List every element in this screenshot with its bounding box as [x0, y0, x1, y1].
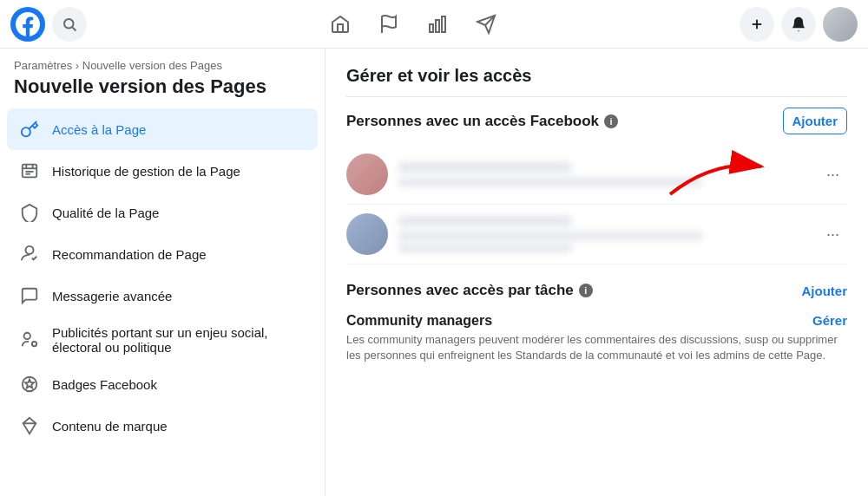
nav-home-button[interactable] [319, 3, 361, 45]
sidebar-item-messagerie[interactable]: Messagerie avancée [7, 275, 318, 317]
nav-center [94, 3, 733, 45]
notifications-button[interactable] [781, 7, 816, 42]
content-title: Gérer et voir les accès [346, 66, 847, 97]
sidebar-title: Nouvelle version des Pages [7, 75, 318, 98]
svg-marker-18 [25, 380, 34, 388]
person-detail-1 [398, 178, 702, 186]
person-card-2: ··· [346, 205, 847, 264]
sidebar: Paramètres › Nouvelle version des Pages … [0, 49, 326, 496]
megaphone-icon [476, 14, 496, 35]
sidebar-item-recommandation[interactable]: Recommandation de Page [7, 233, 318, 275]
facebook-logo-icon [16, 12, 40, 36]
facebook-access-title: Personnes avec un accès Facebook i [346, 113, 618, 130]
badge-icon [17, 372, 42, 396]
user-avatar[interactable] [823, 7, 858, 42]
add-facebook-access-button[interactable]: Ajouter [783, 108, 848, 134]
svg-point-0 [64, 19, 74, 29]
sidebar-item-label: Contenu de marque [52, 419, 168, 434]
sidebar-item-publicites[interactable]: Publicités portant sur un enjeu social, … [7, 317, 318, 363]
history-icon [17, 159, 42, 183]
shield-icon [17, 200, 42, 225]
person-detail-2 [398, 232, 702, 240]
svg-rect-3 [430, 24, 433, 32]
svg-rect-5 [442, 16, 445, 32]
person-card-1: ··· [346, 145, 847, 205]
community-title: Community managers [346, 313, 492, 329]
chat-icon [17, 284, 42, 308]
plus-icon [749, 16, 765, 32]
bell-icon [790, 16, 807, 33]
sidebar-item-historique[interactable]: Historique de gestion de la Page [7, 150, 318, 192]
flag-icon [378, 14, 399, 35]
add-task-access-button[interactable]: Ajouter [802, 284, 848, 298]
sidebar-item-label: Qualité de la Page [52, 206, 159, 220]
community-title-row: Community managers Gérer [346, 313, 847, 332]
svg-point-8 [22, 127, 30, 136]
person-name-1 [398, 162, 572, 173]
diamond-icon [17, 414, 42, 438]
facebook-logo [10, 7, 45, 42]
person-check-icon [17, 242, 42, 266]
person-info-1 [398, 162, 816, 186]
person-name-2 [398, 216, 572, 226]
sidebar-item-label: Badges Facebook [52, 377, 157, 392]
key-icon [17, 117, 42, 141]
sidebar-item-label: Publicités portant sur un enjeu social, … [52, 325, 307, 355]
person-options-1[interactable]: ··· [826, 166, 847, 184]
community-managers-section: Community managers Gérer Les community m… [346, 313, 847, 363]
facebook-access-header: Personnes avec un accès Facebook i Ajout… [346, 108, 847, 134]
sidebar-item-qualite[interactable]: Qualité de la Page [7, 192, 318, 233]
people-gear-icon [17, 328, 42, 352]
person-avatar-2 [346, 213, 388, 255]
info-icon-facebook: i [604, 114, 618, 128]
search-icon [62, 16, 77, 32]
sidebar-item-acces-page[interactable]: Accès à la Page [7, 108, 318, 150]
info-icon-task: i [579, 284, 593, 297]
task-access-title: Personnes avec accès par tâche i [346, 282, 593, 299]
manage-community-button[interactable]: Gérer [812, 313, 847, 328]
content-wrapper: Gérer et voir les accès Personnes avec u… [326, 49, 868, 496]
nav-right [740, 7, 858, 42]
breadcrumb: Paramètres › Nouvelle version des Pages [7, 59, 318, 72]
chart-icon [427, 14, 448, 35]
sidebar-item-label: Accès à la Page [52, 122, 146, 137]
person-avatar-1 [346, 153, 388, 195]
sidebar-item-label: Messagerie avancée [52, 289, 172, 303]
main-content: Gérer et voir les accès Personnes avec u… [326, 49, 868, 381]
svg-marker-19 [23, 418, 36, 434]
nav-flag-button[interactable] [368, 3, 410, 45]
nav-megaphone-button[interactable] [465, 3, 507, 45]
nav-chart-button[interactable] [417, 3, 458, 45]
top-navigation [0, 0, 868, 49]
person-detail-2b [398, 244, 572, 252]
sidebar-item-label: Historique de gestion de la Page [52, 164, 240, 179]
search-button[interactable] [52, 7, 87, 42]
person-options-2[interactable]: ··· [826, 225, 847, 244]
svg-point-15 [24, 333, 30, 339]
sidebar-item-badges[interactable]: Badges Facebook [7, 363, 318, 405]
main-layout: Paramètres › Nouvelle version des Pages … [0, 49, 868, 496]
person-info-2 [398, 216, 816, 252]
sidebar-item-contenu-marque[interactable]: Contenu de marque [7, 405, 318, 447]
task-access-header: Personnes avec accès par tâche i Ajouter [346, 282, 847, 299]
home-icon [330, 14, 351, 35]
sidebar-item-label: Recommandation de Page [52, 247, 207, 262]
svg-line-1 [72, 27, 76, 30]
svg-rect-4 [436, 20, 439, 32]
community-description: Les community managers peuvent modérer l… [346, 332, 847, 363]
add-button[interactable] [740, 7, 774, 42]
